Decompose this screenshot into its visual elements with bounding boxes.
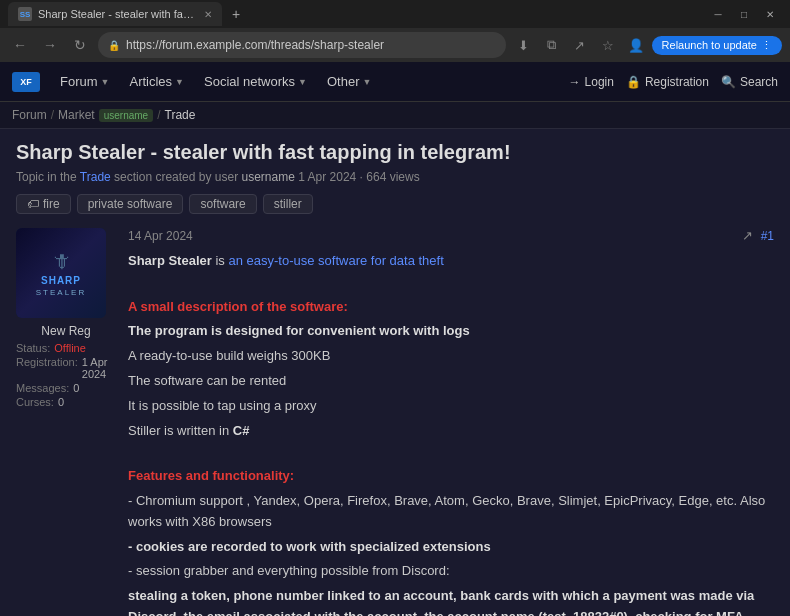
bookmark-icon[interactable]: ☆ bbox=[596, 33, 620, 57]
tags-container: 🏷 fire private software software stiller bbox=[16, 194, 774, 214]
lock-icon: 🔒 bbox=[108, 40, 120, 51]
intro-suffix: is bbox=[215, 253, 228, 268]
toolbar-actions: ⬇ ⧉ ↗ ☆ 👤 Relaunch to update ⋮ bbox=[512, 33, 782, 57]
address-bar[interactable]: 🔒 https://forum.example.com/threads/shar… bbox=[98, 32, 506, 58]
relaunch-label: Relaunch to update bbox=[662, 39, 757, 51]
curses-row: Curses: 0 bbox=[16, 396, 116, 408]
section1-item-5: Stiller is written in C# bbox=[128, 421, 774, 442]
intro-bold: Sharp Stealer bbox=[128, 253, 212, 268]
author-info-panel: Status: Offline Registration: 1 Apr 2024… bbox=[16, 342, 116, 408]
close-tab-icon[interactable]: ✕ bbox=[204, 9, 212, 20]
page-content: Sharp Stealer - stealer with fast tappin… bbox=[0, 129, 790, 616]
post-date: 14 Apr 2024 bbox=[128, 229, 193, 243]
reg-date: 1 Apr 2024 bbox=[82, 356, 116, 380]
new-tab-button[interactable]: + bbox=[226, 4, 246, 24]
nav-actions: → Login 🔒 Registration 🔍 Search bbox=[569, 75, 778, 89]
tag-item-fire[interactable]: 🏷 fire bbox=[16, 194, 71, 214]
reg-label: Registration: bbox=[16, 356, 78, 380]
section2-header: Features and functionality: bbox=[128, 466, 774, 487]
item1-bold: The program is designed for convenient w… bbox=[128, 323, 470, 338]
close-button[interactable]: ✕ bbox=[758, 4, 782, 24]
section1-header-text: A small description of the software: bbox=[128, 299, 348, 314]
avatar-sharp: SHARP bbox=[41, 275, 81, 286]
share-icon[interactable]: ↗ bbox=[568, 33, 592, 57]
section2-item-2: - cookies are recorded to work with spec… bbox=[128, 537, 774, 558]
download-icon[interactable]: ⬇ bbox=[512, 33, 536, 57]
section1-item-3: The software can be rented bbox=[128, 371, 774, 392]
tab-title: Sharp Stealer - stealer with fast t... bbox=[38, 8, 198, 20]
registration-row: Registration: 1 Apr 2024 bbox=[16, 356, 116, 380]
status-label: Status: bbox=[16, 342, 50, 354]
section1-item-1: The program is designed for convenient w… bbox=[128, 321, 774, 342]
share-icon[interactable]: ↗ bbox=[742, 228, 753, 243]
registration-label: Registration bbox=[645, 75, 709, 89]
page-title: Sharp Stealer - stealer with fast tappin… bbox=[16, 141, 774, 164]
meta-user-link[interactable]: username bbox=[241, 170, 294, 184]
meta-date: 1 Apr 2024 bbox=[298, 170, 356, 184]
nav-item-articles[interactable]: Articles ▼ bbox=[121, 62, 192, 102]
forward-button[interactable]: → bbox=[38, 33, 62, 57]
chevron-down-icon: ▼ bbox=[298, 77, 307, 87]
site-content: XF Forum ▼ Articles ▼ Social networks ▼ … bbox=[0, 62, 790, 616]
intro-link-text: an easy-to-use software for data theft bbox=[228, 253, 443, 268]
titlebar-controls: ─ □ ✕ bbox=[706, 4, 782, 24]
section2-header-text: Features and functionality: bbox=[128, 468, 294, 483]
breadcrumb-forum[interactable]: Forum bbox=[12, 108, 47, 122]
item2-bold: - cookies are recorded to work with spec… bbox=[128, 539, 491, 554]
tag-item-private[interactable]: private software bbox=[77, 194, 184, 214]
nav-forum-label: Forum bbox=[60, 74, 98, 89]
avatar-figure: 🗡 bbox=[51, 250, 71, 273]
nav-item-other[interactable]: Other ▼ bbox=[319, 62, 379, 102]
breadcrumb-separator: / bbox=[51, 108, 54, 122]
tag-item-stiller[interactable]: stiller bbox=[263, 194, 313, 214]
titlebar: SS Sharp Stealer - stealer with fast t..… bbox=[0, 0, 790, 28]
nav-item-social[interactable]: Social networks ▼ bbox=[196, 62, 315, 102]
site-nav: XF Forum ▼ Articles ▼ Social networks ▼ … bbox=[0, 62, 790, 102]
back-button[interactable]: ← bbox=[8, 33, 32, 57]
tag-item-software[interactable]: software bbox=[189, 194, 256, 214]
nav-articles-label: Articles bbox=[129, 74, 172, 89]
login-icon: → bbox=[569, 75, 581, 89]
meta-section-link[interactable]: Trade bbox=[80, 170, 111, 184]
tag-stiller-label: stiller bbox=[274, 197, 302, 211]
csharp-bold: C# bbox=[233, 423, 250, 438]
registration-button[interactable]: 🔒 Registration bbox=[626, 75, 709, 89]
curses-label: Curses: bbox=[16, 396, 54, 408]
status-value: Offline bbox=[54, 342, 86, 354]
discord-bold: stealing a token, phone number linked to… bbox=[128, 588, 768, 616]
browser-tab[interactable]: SS Sharp Stealer - stealer with fast t..… bbox=[8, 2, 222, 26]
author-name: New Reg bbox=[16, 324, 116, 338]
curses-count: 0 bbox=[58, 396, 64, 408]
post-actions: ↗ #1 bbox=[742, 228, 774, 243]
section1-header: A small description of the software: bbox=[128, 297, 774, 318]
nav-other-label: Other bbox=[327, 74, 360, 89]
nav-social-label: Social networks bbox=[204, 74, 295, 89]
refresh-button[interactable]: ↻ bbox=[68, 33, 92, 57]
relaunch-menu-icon: ⋮ bbox=[761, 39, 772, 52]
breadcrumb-badge: username bbox=[99, 109, 153, 122]
post-header: 14 Apr 2024 ↗ #1 bbox=[128, 228, 774, 243]
search-label: Search bbox=[740, 75, 778, 89]
meta-views: · 664 views bbox=[360, 170, 420, 184]
nav-item-forum[interactable]: Forum ▼ bbox=[52, 62, 117, 102]
minimize-button[interactable]: ─ bbox=[706, 4, 730, 24]
status-row: Status: Offline bbox=[16, 342, 116, 354]
section2-item-3: - session grabber and everything possibl… bbox=[128, 561, 774, 582]
author-avatar: 🗡 SHARP STEALER bbox=[16, 228, 106, 318]
search-button[interactable]: 🔍 Search bbox=[721, 75, 778, 89]
breadcrumb: Forum / Market username / Trade bbox=[0, 102, 790, 129]
address-text: https://forum.example.com/threads/sharp-… bbox=[126, 38, 496, 52]
post-content-body: Sharp Stealer is an easy-to-use software… bbox=[128, 251, 774, 616]
chevron-down-icon: ▼ bbox=[175, 77, 184, 87]
fire-icon: 🏷 bbox=[27, 197, 39, 211]
maximize-button[interactable]: □ bbox=[732, 4, 756, 24]
messages-label: Messages: bbox=[16, 382, 69, 394]
login-button[interactable]: → Login bbox=[569, 75, 614, 89]
profile-icon[interactable]: 👤 bbox=[624, 33, 648, 57]
breadcrumb-market[interactable]: Market bbox=[58, 108, 95, 122]
intro-paragraph: Sharp Stealer is an easy-to-use software… bbox=[128, 251, 774, 272]
relaunch-button[interactable]: Relaunch to update ⋮ bbox=[652, 36, 782, 55]
chevron-down-icon: ▼ bbox=[363, 77, 372, 87]
tag-software-label: software bbox=[200, 197, 245, 211]
extension-icon[interactable]: ⧉ bbox=[540, 33, 564, 57]
